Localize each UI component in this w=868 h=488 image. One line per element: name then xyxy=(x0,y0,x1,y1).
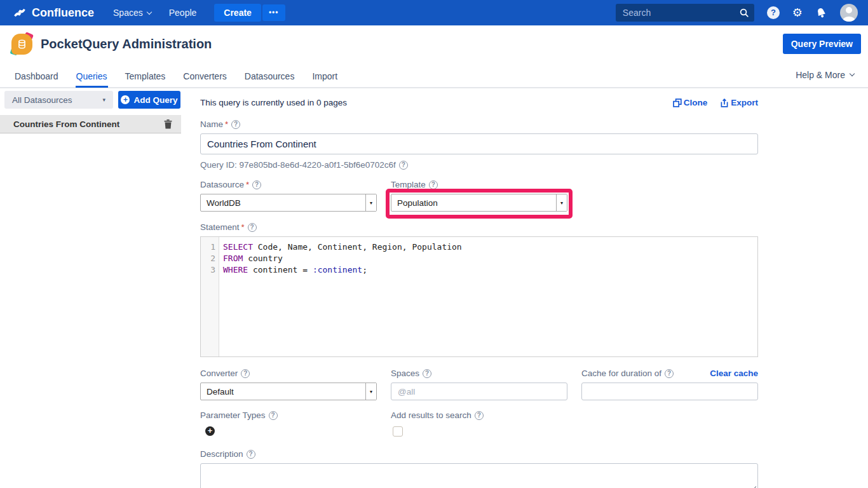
datasource-value: WorldDB xyxy=(207,198,241,208)
clear-cache-link[interactable]: Clear cache xyxy=(710,369,758,378)
parameter-types-label-text: Parameter Types xyxy=(200,410,266,420)
line-number-gutter: 123 xyxy=(201,237,219,356)
help-icon[interactable] xyxy=(248,223,257,232)
required-asterisk xyxy=(225,119,228,129)
description-label-text: Description xyxy=(200,449,243,459)
spaces-label-text: Spaces xyxy=(391,369,419,378)
help-icon[interactable] xyxy=(247,450,255,459)
template-label-text: Template xyxy=(391,180,426,189)
name-label-text: Name xyxy=(200,119,223,129)
chevron-down-icon xyxy=(146,9,151,14)
chevron-down-icon xyxy=(850,71,855,76)
clone-label: Clone xyxy=(684,98,708,107)
converter-select[interactable]: Default xyxy=(200,383,377,400)
content: All Datasources Add Query Countries From… xyxy=(0,88,868,488)
brand-name: Confluence xyxy=(32,6,94,20)
add-results-checkbox[interactable] xyxy=(393,426,403,437)
caret-down-icon xyxy=(102,97,105,103)
converter-value: Default xyxy=(207,387,234,396)
help-icon[interactable] xyxy=(399,161,408,170)
query-list-item[interactable]: Countries From Continent xyxy=(0,115,181,133)
create-more-button[interactable]: ••• xyxy=(262,4,285,21)
query-id: Query ID: 97e805bd-8e6d-4220-a0f1-5bf6e0… xyxy=(200,160,758,170)
parameter-types-label: Parameter Types xyxy=(200,410,377,420)
spaces-input[interactable] xyxy=(391,383,567,400)
help-icon[interactable] xyxy=(269,411,278,420)
settings-button[interactable] xyxy=(792,6,803,19)
datasource-label: Datasource xyxy=(200,180,377,189)
help-icon[interactable] xyxy=(429,180,438,189)
tab-datasources[interactable]: Datasources xyxy=(244,64,295,86)
query-form: This query is currently used in 0 pages … xyxy=(200,88,758,488)
template-value: Population xyxy=(397,198,438,208)
pocketquery-logo-icon xyxy=(11,34,32,55)
topnav-spaces[interactable]: Spaces xyxy=(113,8,151,18)
datasource-select[interactable]: WorldDB xyxy=(200,194,377,212)
add-parameter-button[interactable] xyxy=(205,426,215,436)
topnav-people-label: People xyxy=(169,8,197,18)
tab-queries[interactable]: Queries xyxy=(76,64,108,88)
spaces-label: Spaces xyxy=(391,369,567,378)
notifications-button[interactable] xyxy=(815,7,827,19)
confluence-topbar: Confluence Spaces People Create ••• xyxy=(0,0,868,25)
required-asterisk xyxy=(246,180,249,189)
bell-icon xyxy=(814,5,829,20)
trash-icon xyxy=(164,119,172,129)
help-icon[interactable] xyxy=(231,120,240,129)
profile-button[interactable] xyxy=(840,4,858,22)
name-input[interactable] xyxy=(200,133,758,154)
database-icon xyxy=(11,34,32,55)
converter-label: Converter xyxy=(200,369,377,378)
cache-label-text: Cache for duration of xyxy=(581,369,661,378)
export-label: Export xyxy=(731,98,758,107)
template-select[interactable]: Population xyxy=(391,194,567,212)
cache-duration-input[interactable] xyxy=(581,383,758,400)
plus-icon xyxy=(121,95,130,104)
global-search[interactable] xyxy=(616,4,754,22)
cache-label: Cache for duration of xyxy=(581,369,674,378)
help-more-menu[interactable]: Help & More xyxy=(796,70,854,80)
statement-editor[interactable]: 123 SELECT Code, Name, Continent, Region… xyxy=(200,236,758,357)
create-button[interactable]: Create xyxy=(214,4,261,22)
description-label: Description xyxy=(200,449,758,459)
tab-dashboard[interactable]: Dashboard xyxy=(14,64,59,86)
user-avatar-icon xyxy=(840,4,858,22)
select-arrow-icon xyxy=(365,383,376,400)
sql-code[interactable]: SELECT Code, Name, Continent, Region, Po… xyxy=(219,237,462,356)
help-more-label: Help & More xyxy=(796,70,845,80)
search-input[interactable] xyxy=(623,8,739,18)
help-icon[interactable] xyxy=(241,369,250,378)
converter-label-text: Converter xyxy=(200,369,238,378)
statement-label: Statement xyxy=(200,222,758,232)
add-query-button[interactable]: Add Query xyxy=(118,91,180,109)
help-icon[interactable] xyxy=(423,369,431,378)
clone-icon xyxy=(673,98,682,107)
clone-link[interactable]: Clone xyxy=(673,98,708,107)
add-query-label: Add Query xyxy=(133,95,177,105)
tab-converters[interactable]: Converters xyxy=(182,64,227,86)
name-label: Name xyxy=(200,119,758,129)
topnav-people[interactable]: People xyxy=(169,8,197,18)
query-id-text: Query ID: 97e805bd-8e6d-4220-a0f1-5bf6e0… xyxy=(200,160,396,170)
queries-sidebar: All Datasources Add Query Countries From… xyxy=(0,88,181,133)
page-title: PocketQuery Administration xyxy=(41,37,212,51)
help-icon[interactable] xyxy=(252,180,261,189)
help-button[interactable] xyxy=(767,6,780,19)
help-icon[interactable] xyxy=(665,369,674,378)
export-link[interactable]: Export xyxy=(720,98,758,107)
datasource-filter-value: All Datasources xyxy=(12,95,72,105)
confluence-logo-icon xyxy=(13,6,27,20)
query-preview-button[interactable]: Query Preview xyxy=(783,34,861,54)
tab-import[interactable]: Import xyxy=(311,64,338,86)
help-icon[interactable] xyxy=(475,411,484,420)
confluence-home-link[interactable]: Confluence xyxy=(13,6,94,20)
delete-query-button[interactable] xyxy=(164,119,172,129)
tab-templates[interactable]: Templates xyxy=(125,64,166,86)
datasource-filter-select[interactable]: All Datasources xyxy=(4,91,113,109)
datasource-label-text: Datasource xyxy=(200,180,244,189)
admin-tabs: Dashboard Queries Templates Converters D… xyxy=(0,62,868,88)
question-icon xyxy=(767,6,780,19)
description-textarea[interactable] xyxy=(200,463,758,488)
topnav-spaces-label: Spaces xyxy=(113,8,143,18)
search-icon xyxy=(739,8,749,18)
